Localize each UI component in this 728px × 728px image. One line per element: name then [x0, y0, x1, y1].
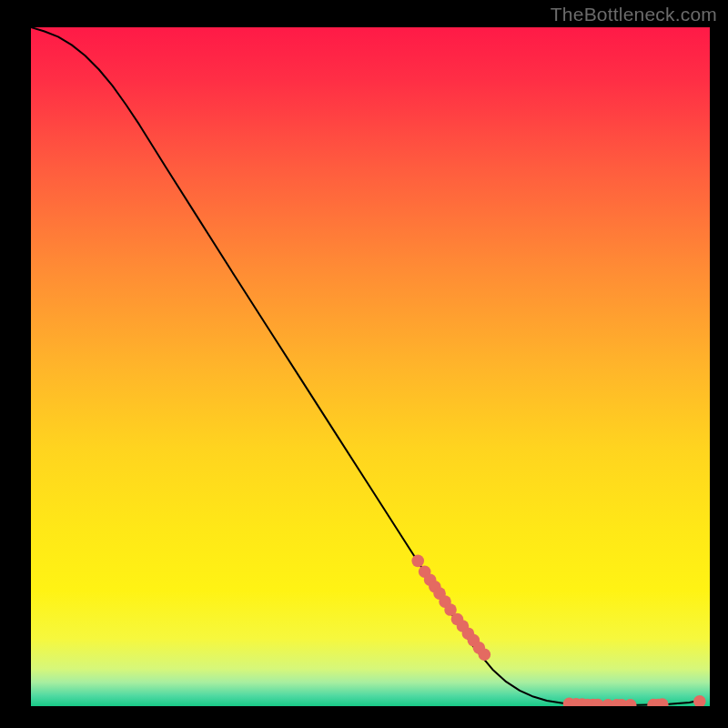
- chart-canvas: [31, 27, 710, 706]
- chart-point: [479, 649, 491, 662]
- watermark-text: TheBottleneck.com: [551, 4, 717, 25]
- chart-background: [31, 27, 710, 706]
- chart-point: [411, 555, 424, 568]
- chart-svg: [31, 27, 710, 706]
